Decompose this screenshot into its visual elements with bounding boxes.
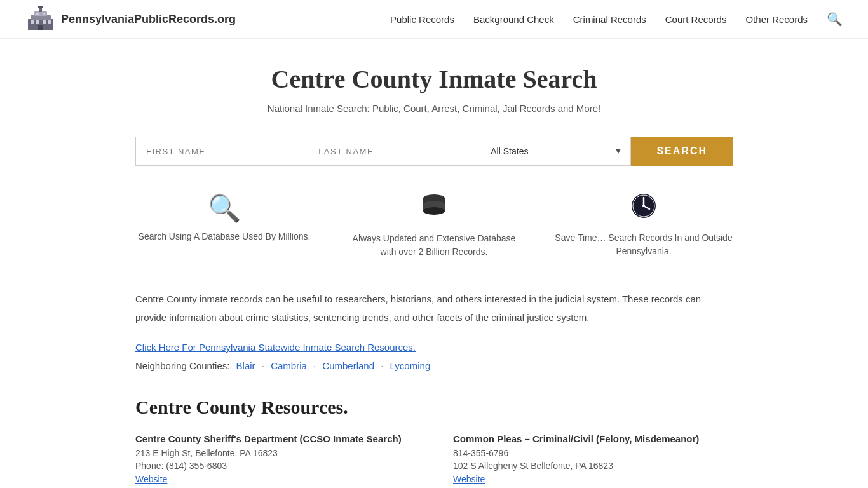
resources-grid: Centre County Sheriff's Department (CCSO…	[135, 433, 733, 485]
county-cumberland[interactable]: Cumberland	[322, 360, 374, 371]
nav-court-records[interactable]: Court Records	[665, 14, 727, 25]
svg-point-21	[642, 205, 645, 207]
resource-common-pleas-website[interactable]: Website	[453, 474, 485, 484]
feature-database-text: Always Updated and Extensive Database wi…	[345, 232, 523, 259]
county-lycoming[interactable]: Lycoming	[390, 360, 431, 371]
svg-rect-10	[43, 13, 45, 15]
svg-rect-6	[36, 20, 39, 24]
feature-time: Save Time… Search Records In and Outside…	[555, 191, 733, 258]
svg-rect-1	[31, 15, 51, 20]
clock-feature-icon	[630, 193, 657, 225]
search-button[interactable]: SEARCH	[631, 137, 733, 166]
site-header: PennsylvaniaPublicRecords.org Public Rec…	[0, 0, 868, 39]
building-icon	[25, 6, 56, 32]
search-form: All States AlabamaAlaskaArizona Arkansas…	[135, 137, 733, 166]
county-blair[interactable]: Blair	[236, 360, 255, 371]
nav-public-records[interactable]: Public Records	[390, 14, 454, 25]
main-nav: Public Records Background Check Criminal…	[390, 11, 843, 27]
state-select-wrapper: All States AlabamaAlaskaArizona Arkansas…	[480, 137, 631, 166]
resource-common-pleas-address: 102 S Allegheny St Bellefonte, PA 16823	[453, 461, 733, 471]
svg-rect-11	[38, 25, 43, 30]
page-title: Centre County Inmate Search	[135, 64, 733, 94]
page-description: Centre County inmate records can be usef…	[135, 290, 733, 327]
feature-search: 🔍 Search Using A Database Used By Millio…	[135, 191, 313, 243]
site-logo[interactable]: PennsylvaniaPublicRecords.org	[25, 6, 236, 32]
svg-point-16	[423, 207, 445, 215]
database-feature-icon	[421, 193, 447, 226]
svg-rect-9	[36, 13, 39, 15]
nav-background-check[interactable]: Background Check	[473, 14, 554, 25]
svg-rect-8	[48, 20, 51, 24]
state-select[interactable]: All States AlabamaAlaskaArizona Arkansas…	[480, 137, 631, 166]
svg-rect-7	[43, 20, 46, 24]
resources-title: Centre County Resources.	[135, 396, 733, 418]
search-feature-icon: 🔍	[208, 193, 241, 224]
svg-rect-5	[31, 20, 34, 24]
county-cambria[interactable]: Cambria	[271, 360, 307, 371]
nav-criminal-records[interactable]: Criminal Records	[573, 14, 646, 25]
logo-text: PennsylvaniaPublicRecords.org	[61, 13, 236, 26]
nav-other-records[interactable]: Other Records	[745, 14, 808, 25]
resource-sheriff: Centre County Sheriff's Department (CCSO…	[135, 433, 415, 485]
resource-sheriff-name: Centre County Sheriff's Department (CCSO…	[135, 433, 415, 444]
resource-sheriff-address: 213 E High St, Bellefonte, PA 16823	[135, 448, 415, 458]
resource-common-pleas-phone: 814-355-6796	[453, 448, 733, 458]
feature-search-text: Search Using A Database Used By Millions…	[139, 230, 311, 243]
last-name-input[interactable]	[308, 137, 480, 166]
search-icon[interactable]: 🔍	[827, 11, 843, 27]
first-name-input[interactable]	[135, 137, 308, 166]
svg-rect-4	[38, 6, 43, 8]
main-content: Centre County Inmate Search National Inm…	[123, 39, 745, 488]
resource-sheriff-website[interactable]: Website	[135, 474, 167, 484]
resource-sheriff-phone: Phone: (814) 355-6803	[135, 461, 415, 471]
neighboring-label: Neighboring Counties:	[135, 360, 229, 371]
resource-common-pleas-name: Common Pleas – Criminal/Civil (Felony, M…	[453, 433, 733, 444]
neighboring-counties: Neighboring Counties: Blair · Cambria · …	[135, 360, 733, 371]
feature-time-text: Save Time… Search Records In and Outside…	[555, 231, 733, 258]
svg-rect-3	[39, 8, 42, 12]
page-subtitle: National Inmate Search: Public, Court, A…	[135, 103, 733, 114]
features-row: 🔍 Search Using A Database Used By Millio…	[135, 191, 733, 259]
resource-common-pleas: Common Pleas – Criminal/Civil (Felony, M…	[453, 433, 733, 485]
statewide-link[interactable]: Click Here For Pennsylvania Statewide In…	[135, 342, 416, 353]
feature-database: Always Updated and Extensive Database wi…	[345, 191, 523, 259]
